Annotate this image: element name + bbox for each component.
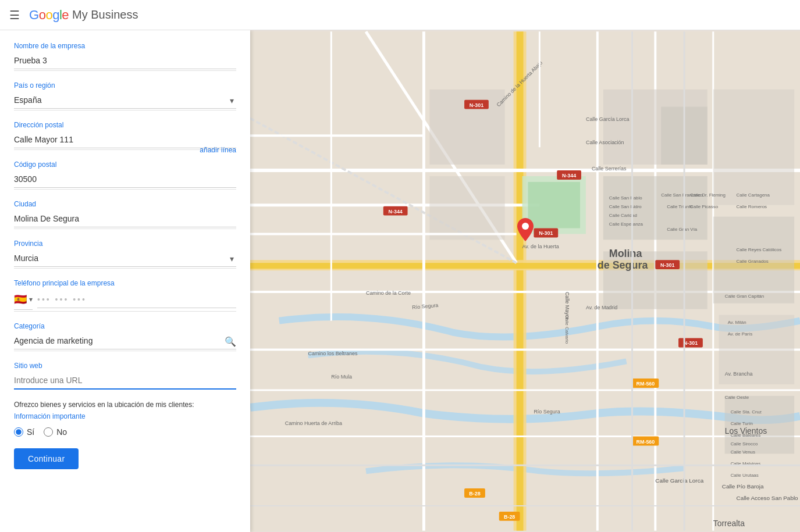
phone-flag-prefix[interactable]: 🇪🇸 ▾ [14,290,33,310]
form-panel: Nombre de la empresa País o región Españ… [0,30,250,532]
svg-text:Calle Gran Capitán: Calle Gran Capitán [725,294,765,299]
postal-code-field: Código postal [14,160,236,190]
svg-text:Torrealta: Torrealta [713,519,745,528]
hamburger-menu-icon[interactable]: ☰ [9,8,20,22]
svg-rect-19 [429,176,504,240]
radio-no-input[interactable] [44,427,53,437]
svg-text:Calle Baleares: Calle Baleares [731,433,761,438]
phone-dropdown-icon: ▾ [29,295,33,304]
svg-text:Calle Sirocco: Calle Sirocco [731,441,758,447]
svg-text:Río Segura: Río Segura [534,409,560,415]
svg-text:Calle Sta. Cruz: Calle Sta. Cruz [731,409,762,415]
app-title: My Business [72,8,138,22]
city-label: Ciudad [14,200,236,208]
svg-text:Calle Venus: Calle Venus [731,449,755,455]
map-location-pin [517,218,534,246]
spain-flag-icon: 🇪🇸 [14,293,27,306]
svg-text:Calle Romeros: Calle Romeros [737,204,767,209]
phone-label: Teléfono principal de la empresa [14,279,236,287]
svg-text:Camino Huerta de Arriba: Camino Huerta de Arriba [285,420,342,426]
svg-text:RM-560: RM-560 [637,381,655,387]
svg-text:N-301: N-301 [684,340,698,346]
company-name-field: Nombre de la empresa [14,42,236,71]
phone-field: Teléfono principal de la empresa 🇪🇸 ▾ [14,279,236,312]
svg-text:Río Mula: Río Mula [331,374,352,380]
province-select-wrapper: Murcia Madrid Barcelona [14,250,236,267]
pin-svg [517,218,534,241]
postal-code-input[interactable] [14,171,236,188]
svg-text:Calle Esperanza: Calle Esperanza [609,222,643,227]
svg-text:Av. de París: Av. de París [728,331,753,337]
svg-text:de Segura: de Segura [598,259,649,271]
svg-rect-3 [517,31,524,530]
field-divider [14,189,236,190]
svg-text:N-301: N-301 [470,102,483,108]
map-svg: N-301 N-344 N-344 N-301 N-301 N-301 RM-5… [250,30,800,532]
address-label: Dirección postal [14,121,236,129]
website-input-wrapper [14,372,236,390]
website-label: Sitio web [14,362,236,370]
radio-si-label: Sí [27,427,34,437]
svg-text:Calle Cartagena: Calle Cartagena [737,192,770,198]
province-select[interactable]: Murcia Madrid Barcelona [14,250,236,267]
svg-text:Calle Turín: Calle Turín [731,421,753,426]
country-label: País o región [14,81,236,90]
google-logo: Google [29,8,69,23]
svg-text:Calle Dr. Fleming: Calle Dr. Fleming [690,192,726,198]
svg-text:Av. Milán: Av. Milán [728,320,746,325]
svg-rect-24 [713,90,794,205]
svg-text:Calle García Lorca: Calle García Lorca [586,116,630,122]
svg-text:Av. de Madrid: Av. de Madrid [586,305,617,310]
svg-text:Calle San Isidro: Calle San Isidro [609,204,642,209]
field-divider [14,351,236,351]
map-area[interactable]: N-301 N-344 N-344 N-301 N-301 N-301 RM-5… [250,30,800,532]
city-input[interactable] [14,210,236,227]
company-name-label: Nombre de la empresa [14,42,236,50]
svg-text:Calle Triunfo: Calle Triunfo [667,204,693,209]
phone-row: 🇪🇸 ▾ [14,290,236,310]
svg-text:Calle Acceso San Pablo: Calle Acceso San Pablo [737,495,799,501]
province-label: Provincia [14,240,236,248]
phone-input-wrapper [37,291,236,308]
svg-text:B-28: B-28 [504,514,515,520]
country-select-wrapper: España Portugal Francia [14,92,236,109]
svg-text:Camino de la Corte: Camino de la Corte [366,290,411,296]
svg-text:Calle García Lorca: Calle García Lorca [655,477,703,484]
country-field: País o región España Portugal Francia [14,81,236,110]
svg-text:Molina: Molina [609,248,643,259]
phone-input[interactable] [37,291,236,308]
svg-text:B-28: B-28 [469,491,480,497]
svg-text:Calle Serrerías: Calle Serrerías [592,166,627,172]
svg-point-104 [522,223,529,230]
info-section: Ofrezco bienes y servicios en la ubicaci… [14,400,236,469]
country-select[interactable]: España Portugal Francia [14,92,236,109]
main-layout: Nombre de la empresa País o región Españ… [0,30,800,532]
category-input[interactable] [14,333,236,349]
continue-button[interactable]: Continuar [14,448,79,469]
category-search-icon[interactable]: 🔍 [225,335,236,347]
svg-text:N-301: N-301 [660,262,674,268]
info-text: Ofrezco bienes y servicios en la ubicaci… [14,400,236,410]
field-divider [14,311,236,312]
svg-text:Calle Reyes Católicos: Calle Reyes Católicos [737,247,782,252]
svg-text:Calle Urutaas: Calle Urutaas [731,473,759,478]
category-field: Categoría 🔍 [14,322,236,351]
svg-text:Calle Pío Baroja: Calle Pío Baroja [722,483,764,490]
info-important-link[interactable]: Información importante [14,412,236,420]
svg-text:N-301: N-301 [539,230,553,236]
svg-text:Calle Asociación: Calle Asociación [586,140,624,145]
postal-code-label: Código postal [14,160,236,169]
field-divider [14,110,236,110]
address-input[interactable] [14,131,236,148]
svg-text:Calle Calvario: Calle Calvario [564,315,570,344]
radio-si-option[interactable]: Sí [14,427,34,437]
province-field: Provincia Murcia Madrid Barcelona [14,240,236,269]
company-name-input[interactable] [14,52,236,69]
field-divider [14,268,236,269]
website-input[interactable] [14,372,236,390]
radio-no-option[interactable]: No [44,427,67,437]
city-field: Ciudad [14,200,236,229]
radio-si-input[interactable] [14,427,23,437]
svg-text:Calle Gran Vía: Calle Gran Vía [667,227,698,232]
svg-text:Calle Oeste: Calle Oeste [725,395,749,400]
